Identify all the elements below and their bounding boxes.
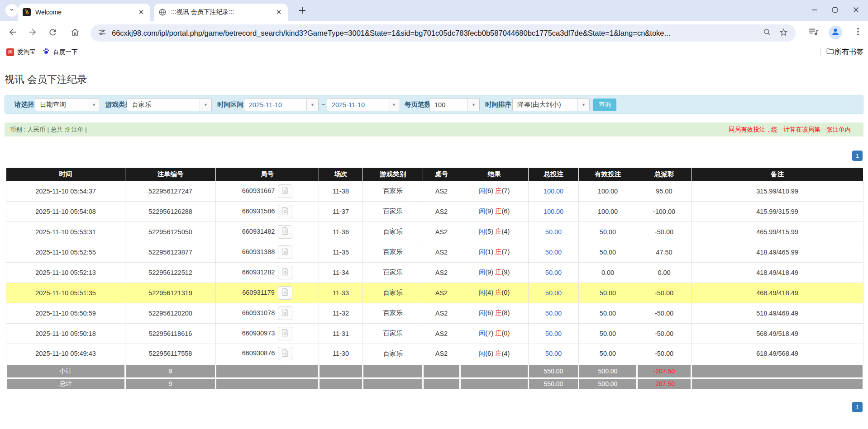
cell-game-type: 百家乐: [363, 344, 423, 364]
browser-menu-button[interactable]: [853, 26, 863, 39]
video-replay-button[interactable]: [278, 225, 292, 239]
cell-total-bet: 50.00: [529, 323, 579, 344]
column-header: 场次: [319, 168, 363, 181]
game-type-select[interactable]: 百家乐 ▼: [127, 98, 212, 111]
address-bar[interactable]: 66cxkj98.com/ipl/portal.php/game/betreco…: [91, 24, 796, 42]
date-from-select[interactable]: 2025-11-10 ▼: [244, 98, 319, 111]
video-file-icon: [281, 186, 290, 196]
page-title: 视讯 会员下注纪录: [5, 73, 87, 86]
new-tab-button[interactable]: [297, 5, 308, 16]
chevron-down-icon: [9, 6, 15, 14]
person-icon: [830, 27, 840, 38]
video-file-icon: [281, 308, 290, 318]
total-bet-link[interactable]: 50.00: [545, 249, 562, 256]
profile-avatar-button[interactable]: [829, 26, 842, 39]
tab-close-icon[interactable]: ✕: [274, 8, 283, 17]
pagination-page-1-bottom[interactable]: 1: [852, 402, 863, 412]
cell-note: 418.49/418.49: [692, 262, 863, 283]
per-page-value: 100: [430, 99, 467, 111]
video-replay-button[interactable]: [278, 286, 292, 300]
cell-valid-bet: 50.00: [579, 222, 637, 242]
browser-tab-welcome[interactable]: ᾏ Welcome ✕: [18, 4, 150, 21]
globe-favicon-icon: [158, 8, 167, 16]
cell-game-type: 百家乐: [363, 242, 423, 262]
cell-note: 415.99/315.99: [692, 201, 863, 222]
cell-note: 315.99/410.99: [692, 181, 863, 201]
video-replay-button[interactable]: [278, 205, 292, 218]
subtotal-total-bet: 550.00: [529, 364, 579, 378]
video-replay-button[interactable]: [278, 327, 292, 340]
filter-bar: 请选择: 日期查询 ▼ 游戏类别 百家乐 ▼ 时间区间: 2025-11-10 …: [5, 95, 863, 114]
total-bet-link[interactable]: 100.00: [544, 188, 563, 195]
cell-time: 2025-11-10 05:50:18: [6, 323, 125, 344]
cell-table-number: AS2: [423, 262, 460, 283]
bookmark-aitaobao[interactable]: 淘 爱淘宝: [6, 48, 36, 56]
column-header: 总投注: [529, 168, 579, 181]
cell-time: 2025-11-10 05:54:08: [6, 201, 125, 222]
query-type-select[interactable]: 日期查询 ▼: [35, 98, 100, 111]
back-button[interactable]: [4, 24, 22, 42]
table-row: 2025-11-10 05:53:31 522956125050 6609314…: [6, 222, 863, 242]
tab-close-icon[interactable]: ✕: [137, 8, 146, 17]
cell-note: 418.49/465.99: [692, 242, 863, 262]
cell-result: 闲(9) 庄(9): [460, 262, 529, 283]
video-replay-button[interactable]: [278, 266, 292, 279]
table-row: 2025-11-10 05:49:43 522956117558 6609308…: [6, 344, 863, 364]
video-replay-button[interactable]: [278, 347, 292, 360]
total-bet-link[interactable]: 50.00: [545, 289, 562, 297]
window-maximize-button[interactable]: [825, 0, 845, 21]
column-header: 桌号: [423, 168, 460, 181]
site-info-icon[interactable]: [98, 28, 106, 38]
sort-select[interactable]: 降幂(由大到小) ▼: [512, 98, 590, 111]
select-type-label: 请选择:: [14, 100, 36, 109]
bookmark-baidu[interactable]: 百度一下: [42, 47, 78, 57]
total-bet-link[interactable]: 50.00: [545, 269, 562, 276]
table-row: 2025-11-10 05:54:37 522956127247 6609316…: [6, 181, 863, 201]
zoom-magnifier-icon[interactable]: [763, 28, 772, 38]
per-page-select[interactable]: 100 ▼: [429, 98, 480, 111]
window-close-button[interactable]: [845, 0, 866, 21]
total-bet-link[interactable]: 50.00: [545, 310, 562, 317]
total-bet-link[interactable]: 50.00: [545, 228, 562, 236]
forward-button[interactable]: [24, 24, 42, 42]
media-controls-button[interactable]: [808, 26, 820, 39]
search-button[interactable]: 查询: [593, 99, 616, 111]
cell-total-bet: 50.00: [529, 242, 579, 262]
cell-time: 2025-11-10 05:52:55: [6, 242, 125, 262]
video-file-icon: [281, 288, 290, 298]
cell-result: 闲(1) 庄(7): [460, 242, 529, 262]
dropdown-arrow-icon: ▼: [306, 99, 318, 111]
cell-table-number: AS2: [423, 344, 460, 364]
cell-session: 11-31: [319, 323, 363, 344]
back-arrow-icon: [8, 27, 18, 39]
cell-time: 2025-11-10 05:53:31: [6, 222, 125, 242]
per-page-label: 每页笔数:: [405, 100, 433, 109]
column-header: 游戏类别: [363, 168, 423, 181]
reload-button[interactable]: [43, 24, 62, 42]
url-text[interactable]: 66cxkj98.com/ipl/portal.php/game/betreco…: [112, 29, 755, 38]
date-to-select[interactable]: 2025-11-10 ▼: [327, 98, 400, 111]
total-bet-link[interactable]: 50.00: [545, 330, 562, 337]
home-button[interactable]: [66, 24, 84, 42]
video-replay-button[interactable]: [278, 245, 292, 259]
cell-round-number: 660931586: [216, 201, 319, 222]
total-bet-link[interactable]: 50.00: [545, 350, 562, 357]
dropdown-arrow-icon: ▼: [388, 99, 400, 111]
total-bet-link[interactable]: 100.00: [544, 208, 563, 215]
all-bookmarks-label: 所有书签: [835, 47, 863, 57]
browser-tab-betrecord[interactable]: :::视讯 会员下注纪录::: ✕: [154, 4, 288, 21]
time-range-label: 时间区间:: [217, 100, 246, 109]
all-bookmarks-button[interactable]: 所有书签: [820, 47, 863, 57]
bookmark-star-icon[interactable]: [779, 28, 788, 39]
cell-table-number: AS2: [423, 242, 460, 262]
column-header: 备注: [692, 168, 863, 181]
video-replay-button[interactable]: [278, 184, 292, 198]
bookmarks-bar: 淘 爱淘宝 百度一下 所有书签: [0, 45, 868, 59]
pagination-page-1-top[interactable]: 1: [852, 151, 863, 161]
window-minimize-button[interactable]: [804, 0, 825, 21]
video-file-icon: [281, 247, 290, 257]
cell-session: 11-33: [319, 283, 363, 303]
cell-payout: -50.00: [637, 222, 692, 242]
tab-search-button[interactable]: [5, 4, 18, 17]
video-replay-button[interactable]: [278, 306, 292, 320]
